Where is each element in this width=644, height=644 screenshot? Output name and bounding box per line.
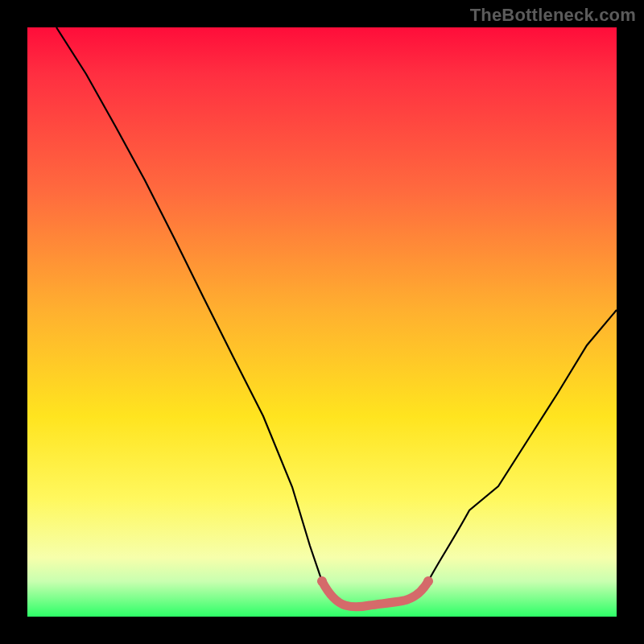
chart-frame: TheBottleneck.com	[0, 0, 644, 644]
optimal-band-path	[322, 581, 428, 607]
watermark-text: TheBottleneck.com	[470, 5, 636, 26]
optimal-band-end-dot	[423, 576, 433, 586]
bottleneck-curve-path	[56, 27, 617, 607]
chart-svg	[27, 27, 617, 617]
optimal-band-start-dot	[317, 576, 327, 586]
plot-area	[27, 27, 617, 617]
